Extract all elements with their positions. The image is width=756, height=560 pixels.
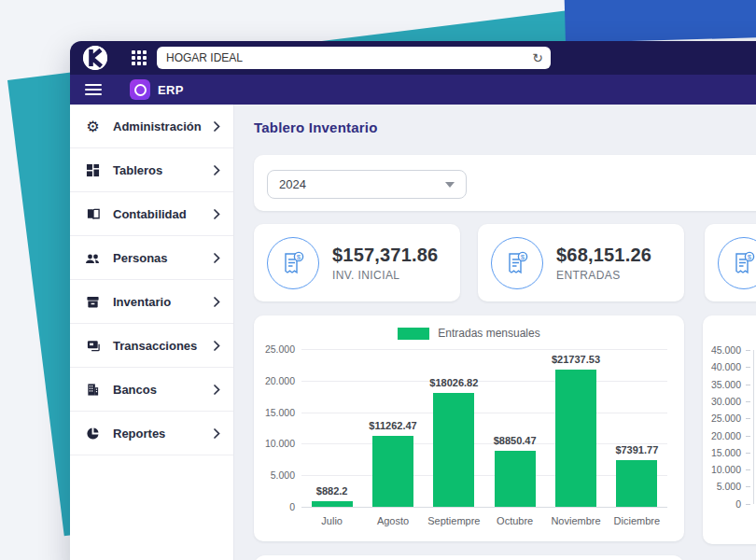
y-axis-tick-label: 25.000 bbox=[254, 343, 295, 355]
sidebar-item-label: Personas bbox=[113, 251, 214, 265]
top-navbar: ↻ bbox=[70, 41, 756, 75]
axis-tick bbox=[746, 436, 750, 437]
stat-card-inv-inicial: $ $157,371.86 INV. INICIAL bbox=[254, 224, 460, 301]
invoice-dollar-icon: $ bbox=[267, 237, 319, 289]
stat-value: $68,151.26 bbox=[556, 245, 651, 266]
y-axis-tick-label: 5.000 bbox=[702, 481, 741, 492]
gridline bbox=[301, 413, 667, 413]
x-axis-tick-label: Diciembre bbox=[595, 515, 679, 526]
transactions-icon bbox=[85, 338, 101, 354]
sidebar-item-personas[interactable]: Personas bbox=[70, 236, 233, 280]
bar-agosto bbox=[372, 436, 413, 507]
chevron-right-icon bbox=[214, 209, 220, 219]
axis-tick bbox=[746, 453, 750, 454]
invoice-dollar-icon: $ bbox=[491, 237, 543, 289]
k-logo-glyph bbox=[83, 46, 107, 70]
svg-text:$: $ bbox=[297, 252, 301, 260]
menu-hamburger-icon[interactable] bbox=[85, 84, 102, 95]
bank-icon bbox=[85, 382, 101, 398]
y-axis-tick-label: 30.000 bbox=[702, 396, 741, 407]
bar-value-label: $882.2 bbox=[290, 485, 374, 497]
svg-text:$: $ bbox=[748, 252, 752, 260]
svg-text:$: $ bbox=[521, 252, 525, 260]
chevron-right-icon bbox=[214, 297, 220, 307]
axis-tick bbox=[746, 418, 750, 419]
inventory-box-icon bbox=[85, 294, 101, 310]
sidebar-item-contabilidad[interactable]: Contabilidad bbox=[70, 192, 233, 236]
axis-tick bbox=[746, 367, 750, 368]
axis-tick bbox=[746, 350, 750, 351]
year-select-value: 2024 bbox=[279, 177, 445, 191]
page-title: Tablero Inventario bbox=[254, 119, 378, 135]
sidebar-item-tableros[interactable]: Tableros bbox=[70, 148, 233, 192]
company-logo-icon[interactable] bbox=[83, 46, 107, 70]
stat-label: ENTRADAS bbox=[556, 269, 651, 282]
bottom-panel-partial bbox=[254, 555, 684, 560]
pie-chart-icon bbox=[85, 426, 101, 441]
sidebar-item-transacciones[interactable]: Transacciones bbox=[70, 324, 233, 368]
sidebar-item-label: Inventario bbox=[113, 295, 214, 309]
app-window: ↻ ERP ⚙ Administración Tableros Contabil… bbox=[70, 41, 756, 560]
people-icon bbox=[85, 250, 101, 266]
legend-label: Entradas mensuales bbox=[438, 327, 539, 340]
bar-septiempre bbox=[433, 393, 474, 507]
bar-value-label: $7391.77 bbox=[595, 444, 679, 455]
search-input[interactable] bbox=[164, 50, 532, 65]
invoice-dollar-icon: $ bbox=[718, 237, 756, 289]
sidebar-item-inventario[interactable]: Inventario bbox=[70, 280, 233, 324]
sidebar-item-label: Tableros bbox=[113, 163, 214, 177]
sidebar-item-label: Transacciones bbox=[113, 339, 214, 353]
erp-donut-glyph bbox=[134, 84, 147, 96]
y-axis-tick-label: 10.000 bbox=[254, 438, 295, 449]
y-axis-tick-label: 10.000 bbox=[702, 464, 741, 475]
refresh-icon[interactable]: ↻ bbox=[532, 51, 543, 64]
y-axis-tick-label: 20.000 bbox=[702, 430, 741, 441]
bar-diciembre bbox=[616, 460, 657, 507]
decor-blue-band bbox=[564, 0, 756, 43]
sidebar-item-administracion[interactable]: ⚙ Administración bbox=[70, 105, 233, 148]
chart-legend: Entradas mensuales bbox=[254, 327, 684, 340]
erp-app-label: ERP bbox=[158, 83, 184, 97]
bar-value-label: $8850.47 bbox=[473, 435, 557, 446]
axis-tick bbox=[746, 401, 750, 402]
y-axis-tick-label: 0 bbox=[254, 501, 295, 512]
axis-tick bbox=[746, 504, 750, 505]
sidebar-item-reportes[interactable]: Reportes bbox=[70, 412, 233, 455]
sidebar: ⚙ Administración Tableros Contabilidad P… bbox=[70, 105, 234, 560]
sidebar-item-label: Bancos bbox=[113, 383, 214, 397]
chevron-right-icon bbox=[214, 165, 220, 175]
chevron-right-icon bbox=[214, 428, 220, 439]
y-axis-tick-label: 20.000 bbox=[254, 375, 295, 386]
gridline bbox=[301, 475, 667, 476]
y-axis-tick-label: 15.000 bbox=[254, 407, 295, 418]
gridline bbox=[301, 507, 667, 508]
sidebar-item-bancos[interactable]: Bancos bbox=[70, 368, 233, 412]
gridline bbox=[301, 349, 667, 350]
second-chart-partial: 05.00010.00015.00020.00025.00030.00035.0… bbox=[703, 315, 756, 544]
y-axis-line bbox=[753, 350, 754, 504]
y-axis-tick-label: 25.000 bbox=[702, 413, 741, 424]
axis-tick bbox=[746, 486, 750, 487]
year-select[interactable]: 2024 bbox=[267, 170, 467, 199]
chevron-right-icon bbox=[214, 341, 220, 351]
app-toolbar: ERP bbox=[70, 75, 756, 105]
y-axis-tick-label: 15.000 bbox=[702, 447, 741, 458]
apps-grid-icon[interactable] bbox=[132, 50, 147, 65]
gear-icon: ⚙ bbox=[85, 119, 101, 134]
erp-app-icon[interactable] bbox=[130, 79, 150, 100]
bar-julio bbox=[312, 501, 353, 507]
y-axis-tick-label: 45.000 bbox=[702, 344, 741, 356]
chevron-right-icon bbox=[214, 253, 220, 263]
company-search-box: ↻ bbox=[157, 47, 551, 69]
stat-label: INV. INICIAL bbox=[332, 269, 438, 282]
bar-value-label: $11262.47 bbox=[351, 420, 435, 431]
book-icon bbox=[85, 206, 101, 222]
dashboard-icon bbox=[85, 162, 101, 178]
stat-value: $157,371.86 bbox=[332, 245, 438, 266]
chevron-right-icon bbox=[214, 385, 220, 395]
entradas-mensuales-chart: Entradas mensuales 05.00010.00015.00020.… bbox=[254, 315, 684, 541]
stat-card-entradas: $ $68,151.26 ENTRADAS bbox=[478, 224, 684, 301]
sidebar-item-label: Reportes bbox=[113, 427, 214, 441]
bar-value-label: $21737.53 bbox=[534, 354, 618, 365]
sidebar-item-label: Administración bbox=[113, 119, 214, 133]
